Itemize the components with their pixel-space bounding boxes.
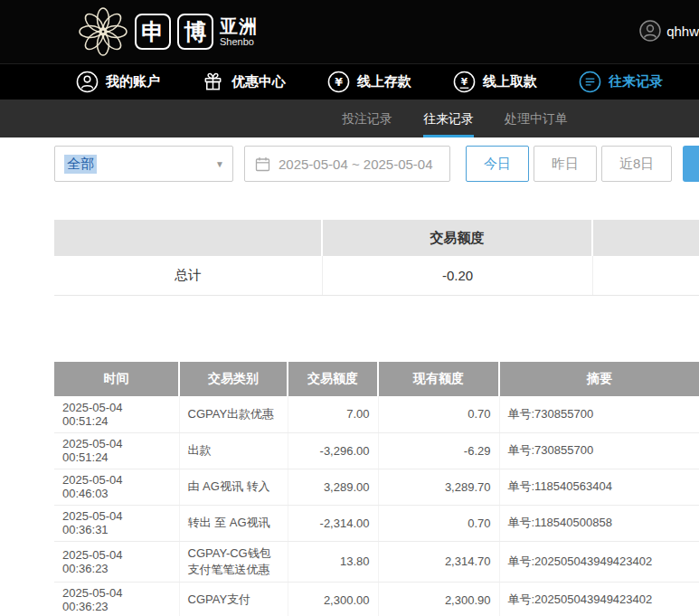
nav-item-my-account[interactable]: 我的账户 [76, 71, 160, 93]
summary-header-blank [54, 220, 323, 256]
category-select[interactable]: 全部 ▼ [54, 146, 233, 182]
withdraw-coin-icon: ¥ [453, 71, 476, 93]
nav-item-promotions[interactable]: 优惠中心 [202, 71, 286, 93]
person-icon [76, 71, 99, 93]
cell-amount: -3,296.00 [288, 432, 378, 469]
yesterday-button[interactable]: 昨日 [534, 146, 597, 182]
user-avatar-icon [639, 20, 661, 42]
summary-blank-cell [593, 256, 699, 295]
brand-char-1: 申 [135, 14, 171, 50]
cell-time: 2025-05-04 00:51:24 [54, 432, 179, 469]
sub-navigation: 投注记录 往来记录 处理中订单 [0, 100, 699, 137]
cell-time: 2025-05-04 00:36:23 [54, 582, 179, 616]
tab-betting-records[interactable]: 投注记录 [342, 100, 392, 137]
cell-balance: 0.70 [378, 505, 499, 541]
summary-total-row: 总计 -0.20 [54, 256, 699, 296]
col-header-summary: 摘要 [499, 362, 699, 396]
col-header-balance: 现有额度 [378, 362, 499, 396]
cell-balance: 3,289.70 [378, 469, 499, 505]
summary-table: 交易额度 总计 -0.20 [54, 220, 699, 296]
chevron-down-icon: ▼ [215, 159, 224, 169]
cell-type: 出款 [179, 432, 288, 469]
cell-summary: 单号:202505043949423402 [499, 541, 699, 582]
category-select-value: 全部 [64, 155, 97, 174]
svg-text:¥: ¥ [461, 76, 468, 87]
table-row: 2025-05-04 00:36:23 CGPAY-CG钱包支付笔笔送优惠 13… [54, 541, 699, 582]
cell-type: 转出 至 AG视讯 [179, 505, 288, 541]
cell-amount: 13.80 [288, 541, 378, 582]
svg-text:¥: ¥ [335, 75, 343, 89]
cell-balance: 2,314.70 [378, 541, 499, 582]
nav-item-label: 我的账户 [106, 73, 160, 90]
brand-region: 亚洲 Shenbo [220, 16, 258, 47]
search-button[interactable] [683, 146, 699, 182]
filter-bar: 全部 ▼ 2025-05-04 ~ 2025-05-04 今日 昨日 近8日 [54, 146, 699, 182]
cell-time: 2025-05-04 00:36:31 [54, 505, 179, 541]
brand-region-en: Shenbo [220, 36, 258, 47]
brand-char-2: 博 [177, 14, 213, 50]
brand-logo: 申 博 亚洲 Shenbo [78, 6, 258, 57]
cell-time: 2025-05-04 00:36:23 [54, 541, 179, 582]
table-row: 2025-05-04 00:46:03 由 AG视讯 转入 3,289.00 3… [54, 469, 699, 505]
table-header-row: 时间 交易类别 交易额度 现有额度 摘要 [54, 362, 699, 396]
nav-item-records[interactable]: 往来记录 [579, 71, 663, 93]
cell-type: 由 AG视讯 转入 [179, 469, 288, 505]
nav-item-label: 线上存款 [357, 73, 411, 90]
summary-header-row: 交易额度 [54, 220, 699, 256]
cell-summary: 单号:730855700 [499, 432, 699, 469]
deposit-coin-icon: ¥ [327, 71, 350, 93]
summary-total-value: -0.20 [323, 256, 593, 295]
cell-type: CGPAY支付 [179, 582, 288, 616]
nav-item-withdraw[interactable]: ¥ 线上取款 [453, 71, 537, 93]
cell-amount: 3,289.00 [288, 469, 378, 505]
account-menu[interactable]: qhhw [639, 20, 699, 42]
username-label: qhhw [666, 24, 699, 39]
cell-type: CGPAY出款优惠 [179, 396, 288, 432]
date-range-input[interactable]: 2025-05-04 ~ 2025-05-04 [244, 146, 450, 182]
table-row: 2025-05-04 00:36:23 CGPAY支付 2,300.00 2,3… [54, 582, 699, 616]
nav-item-label: 往来记录 [609, 73, 663, 90]
col-header-type: 交易类别 [179, 362, 288, 396]
nav-item-label: 优惠中心 [231, 73, 286, 90]
cell-summary: 单号:202505043949423402 [499, 582, 699, 616]
nav-item-deposit[interactable]: ¥ 线上存款 [327, 71, 411, 93]
last-8-days-button[interactable]: 近8日 [601, 146, 672, 182]
table-row: 2025-05-04 00:51:24 CGPAY出款优惠 7.00 0.70 … [54, 396, 699, 432]
cell-amount: 2,300.00 [288, 582, 378, 616]
tab-transaction-records[interactable]: 往来记录 [423, 100, 474, 137]
records-icon [579, 71, 601, 93]
cell-balance: 0.70 [378, 396, 499, 432]
date-range-value: 2025-05-04 ~ 2025-05-04 [279, 156, 433, 172]
main-navigation: 我的账户 优惠中心 ¥ 线上存款 ¥ 线上取款 [0, 63, 699, 100]
summary-total-label: 总计 [54, 256, 323, 295]
gift-icon [202, 71, 224, 93]
tab-processing-orders[interactable]: 处理中订单 [505, 100, 568, 137]
summary-header-amount: 交易额度 [323, 220, 593, 256]
transactions-table: 时间 交易类别 交易额度 现有额度 摘要 2025-05-04 00:51:24… [54, 362, 699, 616]
cell-balance: -6.29 [378, 432, 499, 469]
cell-amount: 7.00 [288, 396, 378, 432]
top-header: 申 博 亚洲 Shenbo qhhw [0, 0, 699, 63]
cell-balance: 2,300.90 [378, 582, 499, 616]
cell-amount: -2,314.00 [288, 505, 378, 541]
col-header-amount: 交易额度 [288, 362, 378, 396]
cell-time: 2025-05-04 00:51:24 [54, 396, 179, 432]
col-header-time: 时间 [54, 362, 179, 396]
lotus-flower-icon [78, 6, 128, 57]
cell-summary: 单号:118540563404 [499, 469, 699, 505]
cell-summary: 单号:730855700 [499, 396, 699, 432]
brand-region-cn: 亚洲 [220, 16, 258, 36]
summary-header-blank-2 [593, 220, 699, 256]
today-button[interactable]: 今日 [466, 146, 529, 182]
table-row: 2025-05-04 00:51:24 出款 -3,296.00 -6.29 单… [54, 432, 699, 469]
table-row: 2025-05-04 00:36:31 转出 至 AG视讯 -2,314.00 … [54, 505, 699, 541]
nav-item-label: 线上取款 [483, 73, 537, 90]
cell-time: 2025-05-04 00:46:03 [54, 469, 179, 505]
calendar-icon [255, 156, 270, 172]
cell-type: CGPAY-CG钱包支付笔笔送优惠 [179, 541, 288, 582]
cell-summary: 单号:118540500858 [499, 505, 699, 541]
